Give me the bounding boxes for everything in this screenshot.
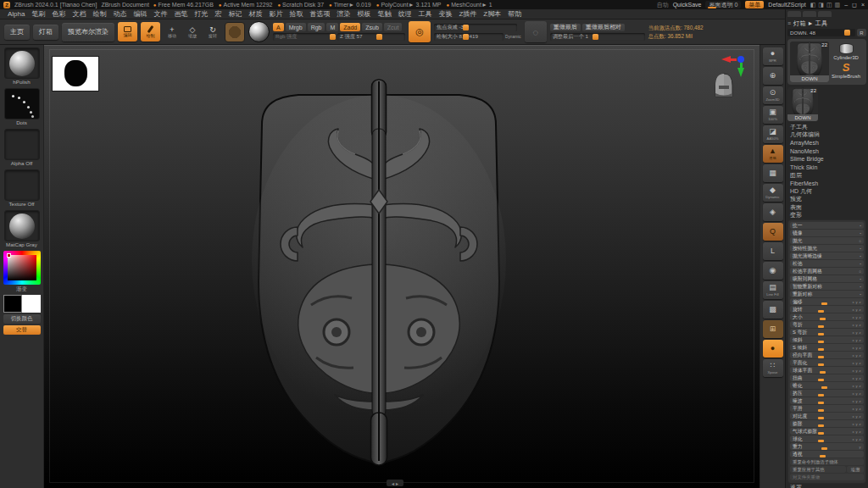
rgb-intensity-slider[interactable]: Rgb 强度: [273, 33, 336, 41]
section-header-deformation[interactable]: 变形: [787, 212, 866, 220]
slider-handle[interactable]: [818, 333, 824, 336]
section-header[interactable]: 几何体编辑: [787, 131, 866, 140]
scale-button[interactable]: ◇缩放: [184, 26, 201, 38]
deformation-action-button[interactable]: 吸附到网格: [790, 275, 864, 282]
zsub-toggle[interactable]: Zsub: [362, 23, 382, 31]
slider-handle[interactable]: [330, 34, 336, 40]
deformation-slider[interactable]: 平滑 x y z: [790, 405, 864, 412]
slider-handle[interactable]: [818, 402, 824, 404]
deformation-slider[interactable]: 挤压 x y z: [790, 390, 864, 396]
axis-toggle-labels[interactable]: x y z: [852, 399, 861, 403]
move-tool-button[interactable]: ⊞: [763, 320, 783, 338]
polyframe-button[interactable]: ▤ Line Fill: [763, 281, 783, 299]
dock-panel-icon[interactable]: ◧: [810, 2, 816, 8]
panel-tab[interactable]: [787, 11, 801, 17]
axis-toggle-labels[interactable]: x y z: [852, 384, 861, 388]
deformation-slider[interactable]: 倾斜 x y z: [790, 336, 864, 343]
deformation-slider[interactable]: S 倾斜 x y z: [790, 344, 864, 351]
edit-button[interactable]: 编辑: [118, 22, 137, 42]
deformation-slider[interactable]: 平面化 x y z: [790, 359, 864, 366]
slider-handle[interactable]: [818, 363, 824, 366]
slider-handle[interactable]: [820, 455, 826, 458]
section-header[interactable]: 预览: [787, 196, 866, 204]
current-brush-button[interactable]: hPolish: [4, 47, 40, 86]
section-header[interactable]: FiberMesh: [787, 180, 866, 188]
slider-handle[interactable]: [844, 30, 850, 36]
dock-panel-icon[interactable]: ◨: [818, 2, 824, 8]
deformation-action-button[interactable]: 按特性抛光: [790, 245, 864, 252]
deformation-slider[interactable]: 透视: [790, 451, 864, 458]
dock-panel-icon[interactable]: ▥: [835, 2, 841, 8]
section-header[interactable]: NanoMesh: [787, 147, 866, 156]
axis-toggle-labels[interactable]: x y z: [852, 315, 861, 319]
axis-toggle-labels[interactable]: y: [860, 445, 862, 449]
axis-toggle-labels[interactable]: x y z: [852, 323, 861, 327]
material-ball-button[interactable]: [248, 21, 270, 42]
menu-item[interactable]: 模板: [353, 9, 374, 19]
menu-item[interactable]: 笔触: [374, 9, 394, 19]
slider-handle[interactable]: [821, 447, 827, 450]
simplebrush-icon[interactable]: S: [843, 62, 850, 73]
deformation-action-button[interactable]: 镜像: [790, 230, 864, 236]
second-tool-thumbnail[interactable]: 22 DOWN: [787, 87, 818, 121]
menu-item[interactable]: 首选项: [306, 9, 333, 19]
axis-toggle-labels[interactable]: x y z: [852, 300, 861, 304]
axis-toggle-labels[interactable]: x y z: [852, 430, 861, 434]
section-header[interactable]: 子工具: [787, 123, 866, 131]
stroke-replay-icon-button[interactable]: ◌: [525, 21, 547, 42]
deformation-action-button[interactable]: 重新对称: [790, 291, 864, 297]
deformation-slider[interactable]: S 弯折 x y z: [790, 329, 864, 336]
replay-last-button[interactable]: 重做最后: [550, 24, 581, 31]
a-toggle[interactable]: A: [273, 23, 284, 31]
zcut-toggle[interactable]: Zcut: [384, 23, 403, 31]
slider-handle[interactable]: [818, 341, 824, 343]
active-tool-thumbnail[interactable]: 22 DOWN: [790, 42, 829, 82]
slider-handle[interactable]: [593, 34, 598, 40]
slider-handle[interactable]: [818, 417, 824, 419]
rgb-toggle[interactable]: Rgb: [308, 23, 326, 31]
slider-handle[interactable]: [818, 440, 824, 442]
current-material-button[interactable]: MatCap Gray: [4, 210, 40, 248]
menu-item[interactable]: 影片: [265, 9, 286, 19]
dock-panel-icon[interactable]: ◫: [826, 2, 832, 8]
saturation-value-area[interactable]: [8, 255, 36, 280]
menu-item[interactable]: 工具: [415, 9, 435, 19]
deformation-slider[interactable]: 锥化 x y z: [790, 382, 864, 389]
deformation-action-button[interactable]: 抛光 ○: [790, 237, 864, 244]
zscript-button[interactable]: DefaultZScript: [768, 2, 805, 8]
deformation-slider[interactable]: 重力 y: [790, 443, 864, 450]
draw-button[interactable]: 绘制: [141, 22, 160, 42]
axis-toggle-labels[interactable]: x y z: [852, 361, 861, 365]
canvas-resize-handle[interactable]: ◂▸: [387, 480, 403, 486]
axis-toggle-labels[interactable]: x y z: [852, 346, 861, 350]
main-color-swatch[interactable]: [3, 295, 22, 313]
lock-button[interactable]: ◈: [763, 203, 783, 221]
window-control-button[interactable]: ×: [861, 2, 865, 8]
m-toggle[interactable]: M: [326, 23, 338, 31]
lazy-mouse-button[interactable]: ◎: [409, 21, 431, 42]
repeat-to-subtools-button[interactable]: 重复命令到激活子物体: [790, 458, 864, 465]
axis-toggle-labels[interactable]: x y z: [852, 338, 861, 342]
ui-transparency-slider[interactable]: 界面透明 0: [705, 1, 741, 8]
menu-item[interactable]: 文件: [150, 9, 170, 19]
menu-item[interactable]: 动态: [109, 9, 130, 19]
deformation-slider[interactable]: 气球式膨胀 x y z: [790, 428, 864, 435]
focal-shift-slider[interactable]: 焦点衰减 -39: [434, 24, 517, 31]
rotate-button[interactable]: ↻旋转: [204, 26, 221, 38]
repeat-other-button[interactable]: 重复应用于其他: [790, 466, 846, 473]
deformation-slider[interactable]: 扭曲 x y z: [790, 374, 864, 381]
preview-boolean-button[interactable]: 预览布尔渲染: [62, 23, 114, 42]
deformation-slider[interactable]: 对比度 x y z: [790, 413, 864, 419]
dynamic-persp-button[interactable]: ◆ Dynamic: [763, 184, 783, 202]
slider-handle[interactable]: [818, 394, 824, 396]
home-button[interactable]: 主页: [4, 25, 30, 40]
deformation-slider[interactable]: 旋转 x y z: [790, 306, 864, 313]
bpr-button[interactable]: ● BPR: [763, 47, 783, 65]
slider-handle[interactable]: [818, 409, 824, 412]
aa-half-button[interactable]: ◪ AA50%: [763, 125, 783, 143]
document-canvas[interactable]: ◂▸: [44, 45, 760, 488]
lightbox-button[interactable]: 灯箱: [33, 25, 58, 40]
slider-handle[interactable]: [818, 310, 824, 313]
axis-toggle-labels[interactable]: x y z: [852, 376, 861, 380]
uv-grid-button[interactable]: ▩: [763, 301, 783, 319]
